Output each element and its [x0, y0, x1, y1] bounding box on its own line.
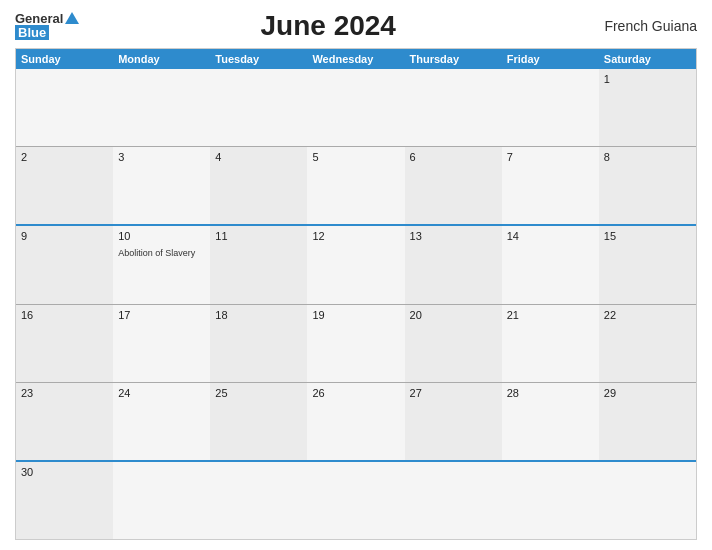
day-header-monday: Monday: [113, 49, 210, 69]
day-cell-28: 28: [502, 383, 599, 460]
day-number: 18: [215, 309, 302, 321]
week-row-2: 2 3 4 5 6 7 8: [16, 146, 696, 224]
day-cell-14: 14: [502, 226, 599, 303]
day-cell: [307, 462, 404, 539]
day-cell: [113, 69, 210, 146]
day-number: 14: [507, 230, 594, 242]
day-number: 26: [312, 387, 399, 399]
day-number: 9: [21, 230, 108, 242]
day-number: 27: [410, 387, 497, 399]
region-label: French Guiana: [577, 18, 697, 34]
day-header-thursday: Thursday: [405, 49, 502, 69]
day-header-tuesday: Tuesday: [210, 49, 307, 69]
day-cell: [405, 462, 502, 539]
logo-general-text: General: [15, 12, 63, 25]
day-number: 17: [118, 309, 205, 321]
calendar-weeks: 1 2 3 4 5 6 7 8 9 10 Abolition of Slaver…: [16, 69, 696, 539]
day-cell: [307, 69, 404, 146]
logo-triangle-icon: [65, 12, 79, 24]
day-cell-10: 10 Abolition of Slavery: [113, 226, 210, 303]
day-cell-19: 19: [307, 305, 404, 382]
day-cell-1: 1: [599, 69, 696, 146]
day-number: 13: [410, 230, 497, 242]
day-header-saturday: Saturday: [599, 49, 696, 69]
day-number: 21: [507, 309, 594, 321]
day-cell-15: 15: [599, 226, 696, 303]
day-cell: [502, 462, 599, 539]
day-cell-5: 5: [307, 147, 404, 224]
day-number: 23: [21, 387, 108, 399]
day-number: 1: [604, 73, 691, 85]
day-number: 19: [312, 309, 399, 321]
day-cell-8: 8: [599, 147, 696, 224]
day-cell: [113, 462, 210, 539]
day-header-friday: Friday: [502, 49, 599, 69]
day-cell: [16, 69, 113, 146]
day-cell-11: 11: [210, 226, 307, 303]
week-row-1: 1: [16, 69, 696, 146]
day-headers-row: Sunday Monday Tuesday Wednesday Thursday…: [16, 49, 696, 69]
logo: General Blue: [15, 12, 79, 40]
day-number: 15: [604, 230, 691, 242]
day-cell-20: 20: [405, 305, 502, 382]
day-number: 30: [21, 466, 108, 478]
day-number: 2: [21, 151, 108, 163]
day-number: 3: [118, 151, 205, 163]
day-number: 4: [215, 151, 302, 163]
day-cell-3: 3: [113, 147, 210, 224]
day-cell-25: 25: [210, 383, 307, 460]
week-row-4: 16 17 18 19 20 21 22: [16, 304, 696, 382]
day-cell-21: 21: [502, 305, 599, 382]
day-cell-6: 6: [405, 147, 502, 224]
day-event: Abolition of Slavery: [118, 248, 195, 258]
week-row-6: 30: [16, 460, 696, 539]
day-header-wednesday: Wednesday: [307, 49, 404, 69]
day-cell-22: 22: [599, 305, 696, 382]
day-number: 5: [312, 151, 399, 163]
logo-blue-text: Blue: [15, 25, 49, 40]
week-row-5: 23 24 25 26 27 28 29: [16, 382, 696, 460]
day-number: 20: [410, 309, 497, 321]
day-cell: [405, 69, 502, 146]
day-cell-2: 2: [16, 147, 113, 224]
day-cell-29: 29: [599, 383, 696, 460]
day-number: 8: [604, 151, 691, 163]
week-row-3: 9 10 Abolition of Slavery 11 12 13 14 15: [16, 224, 696, 303]
day-cell-9: 9: [16, 226, 113, 303]
day-number: 12: [312, 230, 399, 242]
calendar-title: June 2024: [79, 10, 577, 42]
day-cell-17: 17: [113, 305, 210, 382]
day-cell-12: 12: [307, 226, 404, 303]
day-cell: [210, 462, 307, 539]
day-header-sunday: Sunday: [16, 49, 113, 69]
calendar: Sunday Monday Tuesday Wednesday Thursday…: [15, 48, 697, 540]
day-number: 7: [507, 151, 594, 163]
day-cell-13: 13: [405, 226, 502, 303]
day-cell-23: 23: [16, 383, 113, 460]
day-number: 10: [118, 230, 205, 242]
day-number: 11: [215, 230, 302, 242]
day-cell-4: 4: [210, 147, 307, 224]
day-number: 24: [118, 387, 205, 399]
day-cell-7: 7: [502, 147, 599, 224]
day-cell-24: 24: [113, 383, 210, 460]
day-cell-30: 30: [16, 462, 113, 539]
day-number: 25: [215, 387, 302, 399]
day-cell-18: 18: [210, 305, 307, 382]
day-number: 28: [507, 387, 594, 399]
header: General Blue June 2024 French Guiana: [15, 10, 697, 42]
day-number: 6: [410, 151, 497, 163]
day-cell-27: 27: [405, 383, 502, 460]
day-number: 16: [21, 309, 108, 321]
day-cell: [599, 462, 696, 539]
day-cell-16: 16: [16, 305, 113, 382]
day-cell: [502, 69, 599, 146]
page: General Blue June 2024 French Guiana Sun…: [0, 0, 712, 550]
day-cell-26: 26: [307, 383, 404, 460]
day-number: 29: [604, 387, 691, 399]
day-number: 22: [604, 309, 691, 321]
day-cell: [210, 69, 307, 146]
